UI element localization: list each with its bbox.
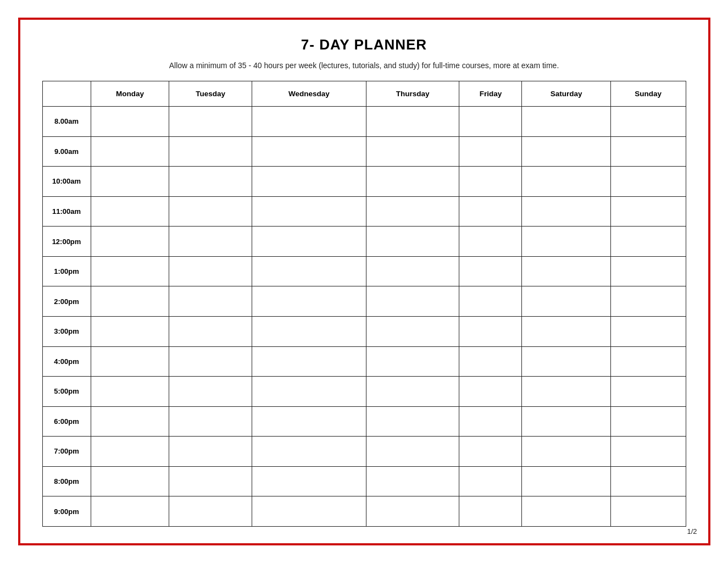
planner-cell[interactable] [522,196,610,227]
planner-cell[interactable] [91,346,169,377]
planner-cell[interactable] [252,196,366,227]
planner-cell[interactable] [169,256,252,286]
planner-cell[interactable] [169,136,252,167]
planner-cell[interactable] [91,107,169,137]
planner-cell[interactable] [252,286,366,317]
planner-cell[interactable] [522,286,610,317]
planner-cell[interactable] [252,167,366,197]
planner-cell[interactable] [366,196,459,227]
planner-cell[interactable] [610,167,686,197]
planner-cell[interactable] [522,496,610,527]
planner-cell[interactable] [366,136,459,167]
planner-cell[interactable] [366,107,459,137]
planner-cell[interactable] [459,377,522,407]
planner-cell[interactable] [522,256,610,286]
planner-cell[interactable] [169,167,252,197]
planner-cell[interactable] [366,437,459,467]
planner-cell[interactable] [610,196,686,227]
planner-cell[interactable] [459,107,522,137]
planner-cell[interactable] [252,377,366,407]
planner-cell[interactable] [169,286,252,317]
planner-cell[interactable] [522,167,610,197]
planner-cell[interactable] [91,256,169,286]
planner-cell[interactable] [522,346,610,377]
planner-cell[interactable] [366,466,459,496]
planner-cell[interactable] [522,466,610,496]
planner-cell[interactable] [169,346,252,377]
planner-cell[interactable] [366,406,459,437]
planner-cell[interactable] [459,136,522,167]
planner-cell[interactable] [459,466,522,496]
planner-cell[interactable] [459,167,522,197]
planner-cell[interactable] [91,496,169,527]
planner-cell[interactable] [366,346,459,377]
planner-cell[interactable] [366,286,459,317]
planner-cell[interactable] [610,107,686,137]
planner-cell[interactable] [366,496,459,527]
planner-cell[interactable] [522,316,610,346]
planner-cell[interactable] [610,256,686,286]
planner-cell[interactable] [366,377,459,407]
planner-cell[interactable] [459,286,522,317]
planner-cell[interactable] [252,466,366,496]
planner-cell[interactable] [610,136,686,167]
time-cell: 1:00pm [42,256,91,286]
planner-cell[interactable] [522,437,610,467]
planner-cell[interactable] [252,316,366,346]
planner-cell[interactable] [169,377,252,407]
planner-cell[interactable] [522,136,610,167]
planner-cell[interactable] [459,437,522,467]
planner-cell[interactable] [610,286,686,317]
planner-cell[interactable] [459,227,522,257]
planner-cell[interactable] [522,406,610,437]
planner-cell[interactable] [522,227,610,257]
planner-cell[interactable] [610,227,686,257]
planner-cell[interactable] [252,227,366,257]
planner-cell[interactable] [610,406,686,437]
planner-cell[interactable] [169,196,252,227]
planner-cell[interactable] [610,346,686,377]
planner-cell[interactable] [252,256,366,286]
planner-cell[interactable] [459,406,522,437]
planner-cell[interactable] [610,466,686,496]
planner-cell[interactable] [169,406,252,437]
planner-cell[interactable] [252,406,366,437]
planner-cell[interactable] [366,256,459,286]
planner-cell[interactable] [252,107,366,137]
planner-cell[interactable] [610,316,686,346]
planner-cell[interactable] [91,196,169,227]
planner-cell[interactable] [91,437,169,467]
planner-cell[interactable] [169,227,252,257]
planner-cell[interactable] [91,167,169,197]
planner-cell[interactable] [252,437,366,467]
planner-cell[interactable] [610,437,686,467]
planner-cell[interactable] [459,346,522,377]
planner-cell[interactable] [522,107,610,137]
planner-cell[interactable] [366,227,459,257]
planner-cell[interactable] [459,316,522,346]
planner-cell[interactable] [91,286,169,317]
planner-cell[interactable] [91,227,169,257]
planner-cell[interactable] [169,437,252,467]
planner-cell[interactable] [91,466,169,496]
planner-cell[interactable] [91,377,169,407]
planner-cell[interactable] [366,167,459,197]
planner-cell[interactable] [459,196,522,227]
planner-cell[interactable] [610,496,686,527]
planner-cell[interactable] [610,377,686,407]
planner-cell[interactable] [459,256,522,286]
planner-cell[interactable] [252,136,366,167]
time-cell: 2:00pm [42,286,91,317]
planner-cell[interactable] [169,496,252,527]
planner-cell[interactable] [366,316,459,346]
planner-cell[interactable] [91,406,169,437]
planner-cell[interactable] [169,107,252,137]
planner-cell[interactable] [169,316,252,346]
planner-cell[interactable] [522,377,610,407]
planner-cell[interactable] [169,466,252,496]
planner-cell[interactable] [252,346,366,377]
planner-cell[interactable] [252,496,366,527]
planner-cell[interactable] [91,316,169,346]
planner-cell[interactable] [91,136,169,167]
planner-cell[interactable] [459,496,522,527]
